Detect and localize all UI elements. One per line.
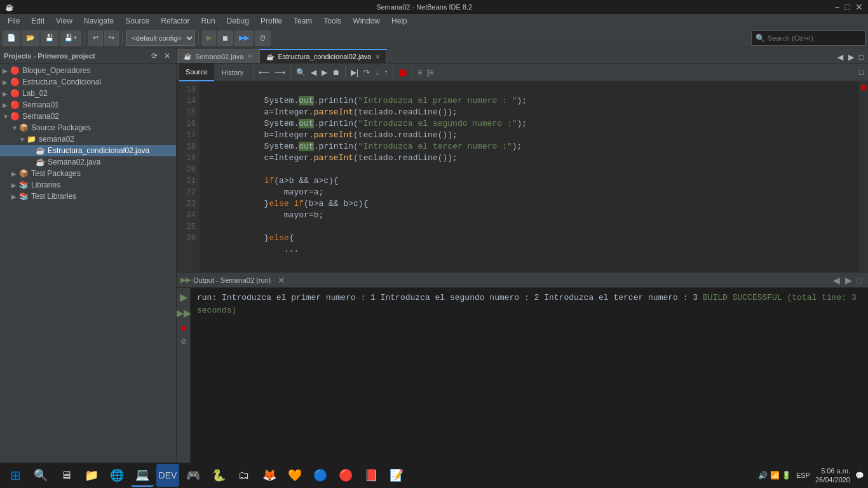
output-scroll-left[interactable]: ◀: [831, 274, 842, 286]
step-out[interactable]: ↑: [382, 67, 390, 78]
taskbar-word[interactable]: 📝: [385, 464, 408, 487]
tree-item-bloque-operadores[interactable]: ▶ 🔴 Bloque_Operadores: [0, 65, 176, 76]
scroll-tabs-left[interactable]: ◀: [836, 51, 845, 63]
expand-semana02-pkg[interactable]: ▼: [19, 136, 27, 143]
tree-item-source-packages[interactable]: ▼ 📦 Source Packages: [0, 122, 176, 133]
run-project-button[interactable]: ▶: [202, 30, 216, 46]
expand-bloque-operadores[interactable]: ▶: [3, 67, 10, 74]
search-input[interactable]: [768, 34, 861, 42]
taskbar-snake[interactable]: 🐍: [207, 464, 230, 487]
expand-libraries[interactable]: ▶: [11, 182, 19, 189]
minimize-button[interactable]: −: [834, 2, 839, 12]
run-to-cursor[interactable]: ▶|: [349, 67, 360, 78]
start-button[interactable]: ⊞: [4, 464, 27, 487]
tab-semana02-java[interactable]: ☕ Semana02.java ✕: [177, 49, 259, 63]
menu-profile[interactable]: Profile: [255, 15, 287, 27]
menu-tools[interactable]: Tools: [318, 15, 346, 27]
tree-item-semana02-java[interactable]: ▶ ☕ Semana02.java: [0, 156, 176, 168]
menu-edit[interactable]: Edit: [26, 15, 50, 27]
menu-debug[interactable]: Debug: [222, 15, 254, 27]
menu-refactor[interactable]: Refactor: [156, 15, 194, 27]
tab-close-estructura[interactable]: ✕: [375, 53, 380, 60]
taskbar-browser[interactable]: 🌐: [105, 464, 128, 487]
rerun-button[interactable]: ▶: [178, 290, 189, 304]
menu-run[interactable]: Run: [196, 15, 220, 27]
menu-view[interactable]: View: [51, 15, 78, 27]
tree-item-libraries[interactable]: ▶ 📚 Libraries: [0, 179, 176, 191]
stop-button[interactable]: ⏹: [217, 30, 233, 46]
new-project-button[interactable]: 📄: [3, 30, 20, 46]
toggle-bookmarks[interactable]: 🔍: [294, 67, 308, 78]
expand-estructura[interactable]: ▶: [3, 79, 10, 86]
menu-help[interactable]: Help: [386, 15, 412, 27]
taskbar-game[interactable]: 🎮: [182, 464, 205, 487]
step-into[interactable]: ↓: [373, 67, 381, 78]
taskbar-explorer[interactable]: 📁: [80, 464, 103, 487]
tree-item-test-libraries[interactable]: ▶ 📚 Test Libraries: [0, 191, 176, 202]
annotations-button[interactable]: ≡: [416, 67, 424, 78]
tree-item-lab02[interactable]: ▶ 🔴 Lab_02: [0, 88, 176, 99]
toggle-breakpoints[interactable]: ⏹: [330, 67, 342, 78]
menu-navigate[interactable]: Navigate: [79, 15, 119, 27]
taskbar-app2[interactable]: 🧡: [283, 464, 306, 487]
redo-button[interactable]: ↪: [104, 30, 119, 46]
open-project-button[interactable]: 📂: [22, 30, 39, 46]
maximize-editor[interactable]: □: [857, 51, 865, 63]
menu-window[interactable]: Window: [348, 15, 385, 27]
profile-button[interactable]: ⏱: [255, 30, 271, 46]
toggle-breakpoint[interactable]: ⬤: [397, 67, 409, 78]
back-button[interactable]: ⟵: [257, 67, 271, 78]
expand-test-libraries[interactable]: ▶: [11, 193, 19, 200]
search-bar[interactable]: 🔍: [751, 30, 865, 46]
taskbar-netbeans[interactable]: 💻: [131, 464, 154, 487]
taskbar-pdf[interactable]: 📕: [360, 464, 383, 487]
taskbar-chrome[interactable]: 🔵: [309, 464, 332, 487]
diff-button[interactable]: |≡: [425, 67, 435, 78]
save-button[interactable]: 💾: [41, 30, 58, 46]
config-select[interactable]: <default config>: [126, 30, 195, 46]
tree-item-semana01[interactable]: ▶ 🔴 Semana01: [0, 99, 176, 111]
scroll-tabs-right[interactable]: ▶: [846, 51, 856, 63]
output-close-button[interactable]: ✕: [276, 274, 287, 286]
close-button[interactable]: ✕: [855, 2, 863, 12]
output-maximize[interactable]: □: [855, 274, 864, 286]
stop-output-button[interactable]: ■: [179, 322, 187, 334]
code-editor[interactable]: 13 14 15 16 17 18 19 20 21 22 23 24 25 2…: [177, 81, 868, 272]
tree-item-estructura-java[interactable]: ▶ ☕ Estructura_condicional02.java: [0, 145, 176, 156]
expand-semana01[interactable]: ▶: [3, 102, 10, 109]
taskbar-search[interactable]: 🔍: [29, 464, 52, 487]
projects-sync-button[interactable]: ⟳: [149, 50, 159, 62]
taskbar-monitor[interactable]: 🖥: [55, 464, 78, 487]
taskbar-vscode[interactable]: DEV: [156, 464, 179, 487]
expand-lab02[interactable]: ▶: [3, 90, 10, 97]
tree-item-semana02[interactable]: ▼ 🔴 Semana02: [0, 111, 176, 122]
tray-notification[interactable]: 💬: [855, 471, 864, 480]
menu-file[interactable]: File: [3, 15, 25, 27]
code-content[interactable]: System.out.println("Introduzca el primer…: [200, 81, 859, 272]
maximize-editor-btn[interactable]: □: [857, 67, 865, 78]
undo-button[interactable]: ↩: [88, 30, 103, 46]
tree-item-semana02-pkg[interactable]: ▼ 📁 semana02: [0, 133, 176, 145]
step-over[interactable]: ↷: [362, 67, 372, 78]
forward-button[interactable]: ⟶: [273, 67, 287, 78]
expand-test-packages[interactable]: ▶: [11, 170, 19, 177]
clear-output-button[interactable]: ⊘: [179, 336, 189, 346]
taskbar-opera[interactable]: 🔴: [334, 464, 357, 487]
history-tab-button[interactable]: History: [215, 64, 250, 81]
tab-estructura-java[interactable]: ☕ Estructura_condicional02.java ✕: [259, 49, 387, 63]
taskbar-folder2[interactable]: 🗂: [233, 464, 255, 487]
expand-source-packages[interactable]: ▼: [11, 125, 19, 132]
next-bookmark[interactable]: ▶: [320, 67, 329, 78]
tree-item-test-packages[interactable]: ▶ 📦 Test Packages: [0, 168, 176, 179]
source-tab-button[interactable]: Source: [179, 64, 214, 81]
taskbar-firefox[interactable]: 🦊: [258, 464, 281, 487]
save-all-button[interactable]: 💾+: [60, 30, 81, 46]
maximize-button[interactable]: □: [845, 2, 850, 12]
output-content[interactable]: run: Introduzca el primer numero : 1 Int…: [191, 288, 868, 469]
menu-team[interactable]: Team: [288, 15, 317, 27]
tree-item-estructura-condicional[interactable]: ▶ 🔴 Estructura_Condicional: [0, 76, 176, 88]
menu-source[interactable]: Source: [120, 15, 154, 27]
tab-close-semana02[interactable]: ✕: [247, 53, 252, 60]
expand-semana02[interactable]: ▼: [3, 113, 10, 120]
debug-button[interactable]: ▶▶: [234, 30, 254, 46]
